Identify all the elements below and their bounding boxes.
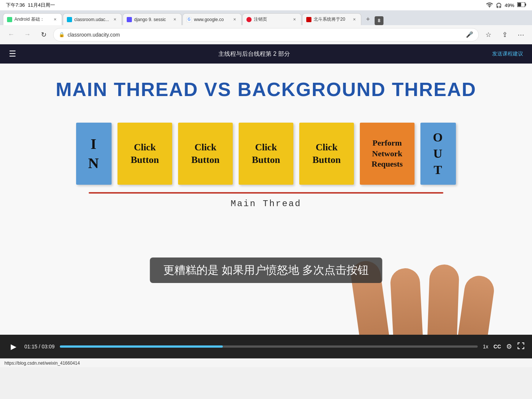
lock-icon: 🔒 <box>59 32 65 37</box>
tab-close-classroom[interactable]: ✕ <box>112 17 118 23</box>
tab-close-django[interactable]: ✕ <box>172 17 178 23</box>
subtitle-bar: 更糟糕的是 如果用户愤怒地 多次点击按钮 <box>150 258 382 283</box>
diagram-row: IN ClickButton ClickButton ClickButton C… <box>76 123 456 185</box>
tab-bar: Android 基础： ✕ classroom.udac... ✕ django… <box>0 10 532 25</box>
feedback-link[interactable]: 发送课程建议 <box>492 51 523 57</box>
click-button-text-2: ClickButton <box>191 141 220 166</box>
date-display: 11月4日周一 <box>28 2 55 8</box>
perform-network-requests-text: PerformNetworkRequests <box>372 138 403 170</box>
add-tab-button[interactable]: + <box>362 13 374 25</box>
favicon-logout <box>246 17 252 22</box>
tab-beidou[interactable]: 北斗系统将于20 ✕ <box>302 13 361 25</box>
tab-title-beidou: 北斗系统将于20 <box>314 16 349 23</box>
back-button[interactable]: ← <box>4 28 18 41</box>
status-right: 🎧 49% <box>486 2 526 8</box>
tab-close-logout[interactable]: ✕ <box>291 17 297 23</box>
favicon-classroom <box>67 17 72 22</box>
thread-label: Main Thread <box>231 199 301 209</box>
tab-google[interactable]: G www.google.co ✕ <box>183 13 242 25</box>
progress-fill <box>60 345 223 348</box>
click-button-box-2: ClickButton <box>178 123 233 185</box>
bookmark-button[interactable]: ☆ <box>482 28 495 41</box>
reload-button[interactable]: ↻ <box>37 28 50 41</box>
settings-icon[interactable]: ⚙ <box>506 342 512 351</box>
tab-title-logout: 注销页 <box>254 16 289 23</box>
nav-bar: ← → ↻ 🔒 classroom.udacity.com 🎤 ☆ ⇪ ⋯ <box>0 25 532 44</box>
tab-django[interactable]: django 9. sessic ✕ <box>123 13 182 25</box>
time-display: 01:15 / 03:09 <box>24 344 55 349</box>
speed-button[interactable]: 1x <box>483 344 488 349</box>
headphone-icon: 🎧 <box>496 3 502 8</box>
battery-icon <box>517 2 526 8</box>
favicon-django <box>127 17 132 22</box>
page-header-title: 主线程与后台线程第 2 部分 <box>218 50 290 58</box>
url-text: classroom.udacity.com <box>68 32 463 38</box>
wifi-icon <box>486 2 493 8</box>
bottom-url-bar: https://blog.csdn.net/weixin_41660414 <box>0 358 532 367</box>
svg-point-0 <box>489 6 490 7</box>
click-button-box-3: ClickButton <box>239 123 293 185</box>
perform-network-requests-box: PerformNetworkRequests <box>360 123 415 185</box>
tab-count-badge[interactable]: 8 <box>375 16 383 25</box>
svg-rect-3 <box>518 3 521 7</box>
tab-title-django: django 9. sessic <box>134 17 170 22</box>
microphone-icon[interactable]: 🎤 <box>466 31 473 38</box>
tab-logout[interactable]: 注销页 ✕ <box>242 13 301 25</box>
hamburger-icon[interactable]: ☰ <box>9 49 16 59</box>
page-header: ☰ 主线程与后台线程第 2 部分 发送课程建议 <box>0 44 532 64</box>
click-button-text-1: ClickButton <box>131 141 159 166</box>
finger-4 <box>457 274 496 335</box>
tab-classroom[interactable]: classroom.udac... ✕ <box>63 13 122 25</box>
thread-line <box>89 192 443 194</box>
thread-line-container: Main Thread <box>22 192 510 209</box>
video-area: MAIN THREAD VS BACKGROUND THREAD IN Clic… <box>0 64 532 335</box>
tab-title-classroom: classroom.udac... <box>74 17 110 22</box>
favicon-google: G <box>187 17 192 22</box>
tab-android[interactable]: Android 基础： ✕ <box>3 13 62 25</box>
status-bar: 下午7:36 11月4日周一 🎧 49% <box>0 0 532 10</box>
share-button[interactable]: ⇪ <box>498 28 511 41</box>
address-bar[interactable]: 🔒 classroom.udacity.com 🎤 <box>53 28 479 41</box>
out-box: OUT <box>420 123 456 185</box>
tab-title-android: Android 基础： <box>14 16 50 23</box>
click-button-text-4: ClickButton <box>313 141 341 166</box>
time-display: 下午7:36 <box>6 2 25 8</box>
status-left: 下午7:36 11月4日周一 <box>6 2 55 8</box>
click-button-box-4: ClickButton <box>299 123 354 185</box>
finger-3 <box>427 264 459 335</box>
forward-button[interactable]: → <box>21 28 34 41</box>
tab-close-android[interactable]: ✕ <box>52 17 58 23</box>
click-button-text-3: ClickButton <box>252 141 280 166</box>
video-controls: ▶ 01:15 / 03:09 1x CC ⚙ <box>0 335 532 358</box>
favicon-android <box>7 17 12 22</box>
finger-2 <box>390 267 423 335</box>
cc-button[interactable]: CC <box>494 344 501 349</box>
tab-close-google[interactable]: ✕ <box>232 17 238 23</box>
battery-display: 49% <box>505 3 514 8</box>
click-button-box-1: ClickButton <box>117 123 172 185</box>
progress-bar[interactable] <box>60 345 478 348</box>
play-button[interactable]: ▶ <box>7 341 19 352</box>
slide-title: MAIN THREAD VS BACKGROUND THREAD <box>56 78 477 100</box>
fullscreen-button[interactable] <box>517 342 525 351</box>
in-box: IN <box>76 123 112 185</box>
bottom-url-text: https://blog.csdn.net/weixin_41660414 <box>4 361 80 366</box>
more-button[interactable]: ⋯ <box>514 28 528 41</box>
hand-overlay <box>318 231 502 335</box>
out-box-text: OUT <box>433 129 443 178</box>
tab-title-google: www.google.co <box>194 17 229 22</box>
tab-close-beidou[interactable]: ✕ <box>351 17 357 23</box>
in-box-text: IN <box>88 134 100 173</box>
svg-rect-2 <box>525 4 526 6</box>
favicon-beidou <box>306 17 311 22</box>
